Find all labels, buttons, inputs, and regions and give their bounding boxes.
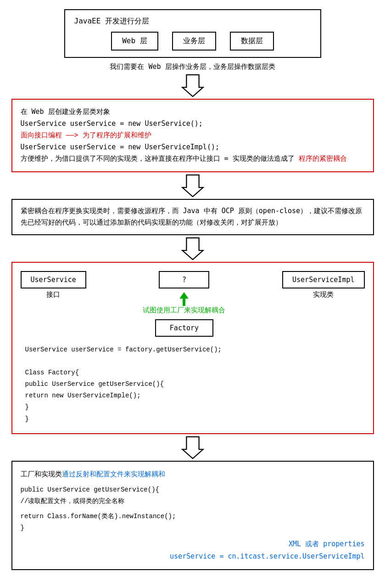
layers-row: Web 层 业务层 数据层: [74, 32, 311, 51]
code-line6: }: [25, 401, 365, 413]
diagram-top-row: UserService 接口 ? 试图使用工厂来实现解耦合 Factory: [21, 271, 365, 337]
svg-marker-0: [182, 75, 203, 96]
page-container: JavaEE 开发进行分层 Web 层 业务层 数据层 我们需要在 Web 层操…: [9, 9, 376, 570]
data-layer-box: 数据层: [230, 32, 274, 51]
diagram-col-middle: ? 试图使用工厂来实现解耦合 Factory: [143, 271, 225, 337]
green-text: 试图使用工厂来实现解耦合: [143, 306, 225, 315]
section2-line1: 在 Web 层创建业务层类对象: [21, 106, 365, 118]
arrow1: [181, 74, 204, 97]
section5-blue2: userService = cn.itcast.service.UserServ…: [21, 550, 365, 563]
section2-line5: 方便维护，为借口提供了不同的实现类，这种直接在程序中让接口 = 实现类的做法造成…: [21, 153, 365, 165]
code-line7: }: [25, 413, 365, 425]
arrow3: [181, 237, 204, 260]
section2-line2: UserService userService = new UserServic…: [21, 118, 365, 130]
section5-spacer2: [21, 507, 365, 511]
section5-box: 工厂和实现类通过反射和配置文件来实现解耦和 public UserService…: [11, 461, 374, 570]
code-line2: [25, 356, 365, 367]
section4-code: UserService userService = factory.getUse…: [21, 344, 365, 425]
section5-spacer: [21, 481, 365, 484]
userservice-box: UserService: [21, 271, 86, 288]
section3-text: 紧密耦合在程序更换实现类时，需要修改源程序，而 Java 中有 OCP 原则（o…: [21, 205, 365, 229]
userserviceimpl-box: UserServiceImpl: [282, 271, 364, 288]
section2-line3: 面向接口编程 ——> 为了程序的扩展和维护: [21, 130, 365, 141]
code-line3: Class Factory{: [25, 367, 365, 379]
desc1-text: 我们需要在 Web 层操作业务层，业务层操作数据层类: [110, 62, 275, 71]
section5-line3: public UserService getUserService(){: [21, 484, 365, 496]
userservice-label: 接口: [46, 290, 60, 299]
section5-line1: 工厂和实现类通过反射和配置文件来实现解耦和: [21, 468, 365, 481]
question-box: ?: [159, 271, 209, 288]
section5-line4: //读取配置文件，或得类的完全名称: [21, 496, 365, 507]
section2-red-box: 在 Web 层创建业务层类对象 UserService userService …: [11, 99, 374, 172]
svg-marker-2: [182, 237, 203, 259]
section3-box: 紧密耦合在程序更换实现类时，需要修改源程序，而 Java 中有 OCP 原则（o…: [11, 199, 374, 235]
code-line1: UserService userService = factory.getUse…: [25, 344, 365, 356]
section2-line4: UserService userService = new UserServic…: [21, 141, 365, 153]
section5-blue1: XML 或者 properties: [21, 538, 365, 550]
section5-line7: }: [21, 522, 365, 534]
svg-marker-3: [179, 292, 189, 306]
javaee-title: JavaEE 开发进行分层: [74, 17, 311, 26]
diagram-col-left: UserService 接口: [21, 271, 86, 299]
code-line4: public UserService getUserService(){: [25, 379, 365, 390]
business-layer-box: 业务层: [172, 32, 216, 51]
userserviceimpl-label: 实现类: [313, 290, 334, 299]
factory-box: Factory: [155, 319, 213, 337]
section5-line6: return Class.forName(类名).newInstance();: [21, 511, 365, 522]
diagram-col-right: UserServiceImpl 实现类: [282, 271, 364, 299]
web-layer-box: Web 层: [111, 32, 158, 51]
svg-marker-4: [182, 437, 203, 458]
code-line5: return new UserServiceImple();: [25, 390, 365, 401]
green-arrow-up: [179, 292, 189, 306]
javaee-layers-box: JavaEE 开发进行分层 Web 层 业务层 数据层: [64, 9, 321, 58]
section4-diagram-box: UserService 接口 ? 试图使用工厂来实现解耦合 Factory: [11, 262, 374, 434]
arrow2: [181, 174, 204, 197]
svg-marker-1: [182, 175, 203, 196]
arrow4: [181, 436, 204, 459]
